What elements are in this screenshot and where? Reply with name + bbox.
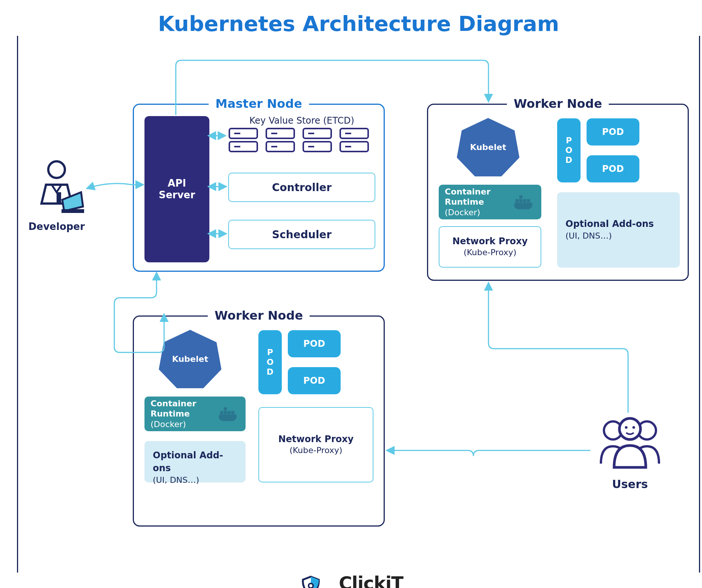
docker-icon bbox=[513, 191, 535, 213]
diagram-title-text: Kubernetes Architecture Diagram bbox=[147, 11, 571, 36]
svg-point-0 bbox=[48, 161, 65, 178]
pod-vertical: POD bbox=[258, 330, 282, 394]
kubelet: Kubelet bbox=[158, 328, 222, 392]
svg-rect-15 bbox=[340, 129, 368, 138]
addons-title: Optional Add-ons bbox=[565, 218, 671, 231]
container-runtime: Container Runtime (Docker) bbox=[144, 397, 246, 431]
pod-label: POD bbox=[303, 375, 325, 386]
pod: POD bbox=[288, 330, 341, 357]
network-proxy: Network Proxy (Kube-Proxy) bbox=[439, 226, 541, 268]
addons-sub: (UI, DNS…) bbox=[565, 230, 671, 242]
addons-box: Optional Add-ons (UI, DNS…) bbox=[144, 441, 246, 482]
developer-actor: Developer bbox=[28, 158, 85, 232]
worker-label: Worker Node bbox=[208, 308, 310, 323]
svg-rect-26 bbox=[220, 411, 223, 414]
kubelet: Kubelet bbox=[456, 116, 520, 180]
svg-point-34 bbox=[625, 426, 628, 429]
netproxy-sub: (Kube-Proxy) bbox=[289, 445, 342, 456]
pod: POD bbox=[587, 118, 639, 145]
scheduler-label: Scheduler bbox=[272, 228, 332, 241]
svg-rect-20 bbox=[516, 199, 519, 202]
svg-rect-21 bbox=[519, 199, 522, 202]
runtime-sub: (Docker) bbox=[445, 207, 513, 218]
runtime-title: Container Runtime bbox=[151, 398, 217, 419]
controller-label: Controller bbox=[272, 181, 332, 194]
pod-label: POD bbox=[303, 338, 325, 349]
pod: POD bbox=[288, 367, 341, 394]
controller-box: Controller bbox=[228, 173, 375, 202]
pod-label: POD bbox=[602, 164, 624, 174]
worker-node-right: Worker Node Kubelet Container Runtime (D… bbox=[427, 104, 689, 281]
runtime-title: Container Runtime bbox=[445, 187, 513, 207]
svg-rect-24 bbox=[527, 199, 530, 202]
pod: POD bbox=[587, 155, 639, 182]
developer-label: Developer bbox=[28, 221, 85, 232]
logo: ClickiT DevOps & Software Development bbox=[8, 573, 702, 588]
svg-rect-7 bbox=[266, 129, 294, 138]
netproxy-title: Network Proxy bbox=[452, 236, 528, 247]
api-server: API Server bbox=[144, 116, 209, 262]
svg-rect-3 bbox=[229, 129, 257, 138]
container-runtime: Container Runtime (Docker) bbox=[439, 185, 541, 219]
svg-rect-30 bbox=[231, 411, 234, 414]
logo-shield-icon bbox=[300, 575, 322, 588]
pod-vertical: POD bbox=[557, 118, 581, 182]
pod-label: POD bbox=[602, 127, 624, 137]
etcd-icon bbox=[339, 127, 369, 155]
runtime-sub: (Docker) bbox=[151, 419, 217, 430]
users-label: Users bbox=[592, 478, 668, 491]
users-actor: Users bbox=[592, 415, 668, 491]
pod-label: POD bbox=[564, 136, 574, 165]
svg-rect-2 bbox=[61, 209, 84, 213]
etcd-icon bbox=[302, 127, 332, 155]
svg-rect-23 bbox=[519, 195, 522, 198]
svg-rect-22 bbox=[523, 199, 526, 202]
kubelet-label: Kubelet bbox=[456, 142, 520, 152]
scheduler-box: Scheduler bbox=[228, 220, 375, 249]
kubelet-label: Kubelet bbox=[158, 354, 222, 364]
svg-rect-17 bbox=[340, 142, 368, 152]
worker-node-bottom: Worker Node Kubelet Container Runtime (D… bbox=[133, 315, 385, 527]
pod-label: POD bbox=[266, 348, 275, 377]
docker-icon bbox=[217, 403, 240, 425]
master-label: Master Node bbox=[209, 96, 309, 111]
svg-rect-28 bbox=[227, 411, 230, 414]
svg-rect-29 bbox=[224, 407, 227, 410]
svg-point-39 bbox=[309, 583, 313, 588]
svg-rect-9 bbox=[266, 142, 294, 152]
addons-title: Optional Add-ons bbox=[153, 450, 223, 473]
svg-rect-1 bbox=[57, 192, 61, 204]
api-server-label: API Server bbox=[159, 178, 195, 201]
addons-box: Optional Add-ons (UI, DNS…) bbox=[557, 192, 680, 268]
diagram-title: Kubernetes Architecture Diagram bbox=[8, 11, 702, 36]
etcd-icon bbox=[228, 127, 258, 155]
svg-rect-13 bbox=[303, 142, 331, 152]
network-proxy: Network Proxy (Kube-Proxy) bbox=[258, 407, 373, 482]
addons-sub: (UI, DNS…) bbox=[153, 475, 237, 486]
etcd-icon bbox=[265, 127, 295, 155]
netproxy-title: Network Proxy bbox=[278, 433, 354, 445]
svg-point-35 bbox=[633, 426, 635, 429]
netproxy-sub: (Kube-Proxy) bbox=[464, 247, 516, 258]
etcd-icons bbox=[228, 127, 369, 155]
master-node: Master Node API Server Key Value Store (… bbox=[133, 104, 385, 272]
svg-rect-27 bbox=[224, 411, 227, 414]
svg-rect-5 bbox=[229, 142, 257, 152]
worker-label: Worker Node bbox=[507, 96, 609, 111]
svg-point-33 bbox=[619, 418, 641, 439]
svg-rect-11 bbox=[303, 129, 331, 138]
etcd-label: Key Value Store (ETCD) bbox=[249, 115, 354, 126]
logo-name: ClickiT bbox=[325, 573, 417, 588]
developer-icon bbox=[28, 158, 85, 219]
users-icon bbox=[592, 415, 668, 475]
